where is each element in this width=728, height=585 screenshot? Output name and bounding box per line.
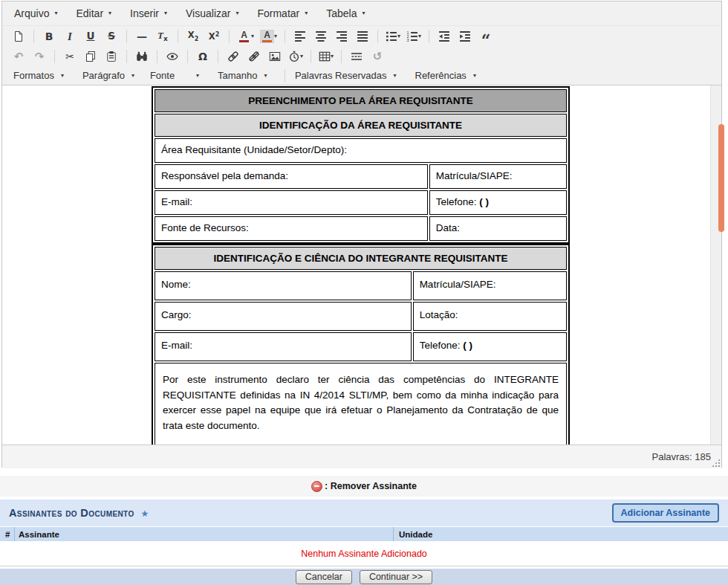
- dropdown-label: Tamanho: [218, 70, 257, 81]
- doc-table-header[interactable]: PREENCHIMENTO PELA ÁREA REQUISITANTE: [155, 89, 567, 112]
- doc-table-header[interactable]: IDENTIFICAÇÃO E CIÊNCIA DO INTEGRANTE RE…: [155, 247, 567, 270]
- toolbar-separator: [285, 69, 285, 83]
- menu-arquivo[interactable]: Arquivo▾: [7, 4, 65, 23]
- undo-button[interactable]: ↶: [9, 48, 28, 65]
- bold-icon: B: [45, 31, 53, 42]
- paste-button[interactable]: [102, 48, 121, 65]
- caret-down-icon: ▾: [300, 54, 303, 59]
- menu-visualizar[interactable]: Visualizar▾: [178, 4, 246, 23]
- dropdown-label: Parágrafo: [82, 70, 125, 81]
- cut-button[interactable]: ✂: [60, 48, 79, 65]
- menu-tabela[interactable]: Tabela▾: [319, 4, 372, 23]
- caret-down-icon: ▾: [418, 33, 421, 39]
- bold-button[interactable]: B: [39, 28, 59, 45]
- doc-field-cell[interactable]: Data:: [429, 216, 567, 241]
- redo-button[interactable]: ↷: [30, 48, 49, 65]
- dropdown-tamanho[interactable]: Tamanho▾: [212, 67, 272, 85]
- svg-text:3: 3: [407, 38, 409, 42]
- cancel-button[interactable]: Cancelar: [296, 570, 352, 584]
- align-right-button[interactable]: [332, 28, 351, 45]
- text-color-button[interactable]: A▾: [235, 28, 256, 45]
- menu-label: Tabela: [326, 7, 357, 19]
- blockquote-button[interactable]: “: [476, 28, 495, 45]
- italic-button[interactable]: I: [60, 28, 79, 45]
- footer-action-bar: Cancelar Continuar >>: [0, 569, 728, 585]
- align-justify-button[interactable]: [353, 28, 372, 45]
- insert-datetime-button[interactable]: ▾: [286, 48, 305, 65]
- insert-image-button[interactable]: [265, 48, 285, 65]
- menu-editar[interactable]: Editar▾: [68, 4, 119, 23]
- toolbar-separator: [341, 50, 342, 63]
- find-replace-button[interactable]: [132, 48, 152, 65]
- background-color-icon: A: [260, 30, 274, 43]
- toolbar-separator: [311, 50, 311, 63]
- decrease-indent-button[interactable]: [435, 28, 454, 45]
- doc-field-cell[interactable]: Telefone: ( ): [413, 332, 567, 361]
- undo-icon: ↶: [14, 51, 24, 62]
- doc-field-cell[interactable]: Cargo:: [155, 302, 412, 331]
- copy-button[interactable]: [81, 48, 100, 65]
- doc-table-header[interactable]: IDENTIFICAÇÃO DA ÁREA REQUISITANTE: [155, 114, 567, 137]
- doc-field-cell[interactable]: E-mail:: [155, 190, 428, 215]
- restore-draft-button[interactable]: ↺: [368, 48, 387, 65]
- editor-statusbar: Palavras: 185: [2, 445, 721, 468]
- doc-field-cell[interactable]: Nome:: [155, 271, 412, 300]
- doc-field-cell[interactable]: Fonte de Recursos:: [155, 216, 428, 241]
- doc-field-cell[interactable]: Responsável pela demanda:: [155, 164, 428, 189]
- doc-field-cell[interactable]: E-mail:: [155, 332, 412, 361]
- doc-field-cell[interactable]: Telefone: ( ): [429, 190, 567, 215]
- dropdown-formatos[interactable]: Formatos▾: [8, 67, 69, 85]
- resize-grip-icon[interactable]: [712, 459, 720, 467]
- horizontal-rule-button[interactable]: —: [132, 28, 152, 45]
- align-center-button[interactable]: [311, 28, 331, 45]
- editor-content-area[interactable]: PREENCHIMENTO PELA ÁREA REQUISITANTEIDEN…: [2, 85, 721, 445]
- align-left-button[interactable]: [290, 28, 310, 45]
- menu-formatar[interactable]: Formatar▾: [250, 4, 315, 23]
- dropdown-referencias[interactable]: Referências▾: [410, 67, 481, 85]
- caret-down-icon: ▾: [164, 10, 167, 16]
- doc-declaration-cell[interactable]: Por este instrumento declaro ter ciência…: [155, 363, 567, 445]
- menu-inserir[interactable]: Inserir▾: [123, 4, 175, 23]
- dropdown-label: Formatos: [13, 70, 54, 81]
- dropdown-palavras-reservadas[interactable]: Palavras Reservadas▾: [290, 67, 402, 85]
- superscript-button[interactable]: X2: [204, 28, 224, 45]
- doc-field-cell[interactable]: Área Requisitante (Unidade/Setor/Depto):: [155, 138, 567, 163]
- subscript-button[interactable]: X2: [183, 28, 203, 45]
- continue-button[interactable]: Continuar >>: [360, 570, 432, 584]
- doc-cell-text: E-mail:: [161, 196, 192, 207]
- strikethrough-button[interactable]: S: [102, 28, 121, 45]
- paste-icon: [105, 51, 117, 62]
- bullet-list-button[interactable]: ▾: [383, 28, 403, 45]
- doc-field-cell[interactable]: Lotação:: [413, 302, 567, 331]
- doc-field-cell[interactable]: Matrícula/SIAPE:: [429, 164, 567, 189]
- restore-draft-icon: ↺: [373, 51, 383, 62]
- doc-cell-text: Fonte de Recursos:: [161, 222, 249, 233]
- numbered-list-button[interactable]: 123▾: [404, 28, 423, 45]
- increase-indent-button[interactable]: [455, 28, 475, 45]
- dropdown-paragrafo[interactable]: Parágrafo▾: [77, 67, 137, 85]
- dropdown-fonte[interactable]: Fonte▾: [145, 67, 204, 85]
- add-signer-button[interactable]: Adicionar Assinante: [612, 503, 719, 523]
- special-character-button[interactable]: Ω: [193, 48, 212, 65]
- insert-link-button[interactable]: [224, 48, 243, 65]
- clear-formatting-button[interactable]: Tx: [153, 28, 172, 45]
- underline-button[interactable]: U: [81, 28, 100, 45]
- page-scrollbar-thumb[interactable]: [718, 124, 724, 232]
- doc-cell-text: Data:: [436, 222, 460, 233]
- caret-down-icon: ▾: [393, 73, 396, 79]
- caret-down-icon: ▾: [473, 73, 476, 79]
- copy-icon: [85, 51, 97, 62]
- doc-field-cell[interactable]: Matrícula/SIAPE:: [413, 271, 567, 300]
- caret-down-icon: ▾: [305, 10, 308, 16]
- insert-link-icon: [227, 51, 239, 62]
- preview-button[interactable]: [163, 48, 182, 65]
- table-button[interactable]: ▾: [316, 48, 336, 65]
- decrease-indent-icon: [438, 30, 450, 42]
- page-break-button[interactable]: [347, 48, 366, 65]
- requisition-area-table: PREENCHIMENTO PELA ÁREA REQUISITANTEIDEN…: [152, 86, 570, 244]
- remove-link-button[interactable]: [244, 48, 264, 65]
- background-color-button[interactable]: A▾: [258, 28, 279, 45]
- editor-toolbar-clipboard: ↶↷✂Ω▾▾↺: [2, 47, 721, 66]
- signers-section-title: Assinantes do Documento★: [9, 507, 149, 519]
- new-document-button[interactable]: [9, 28, 28, 45]
